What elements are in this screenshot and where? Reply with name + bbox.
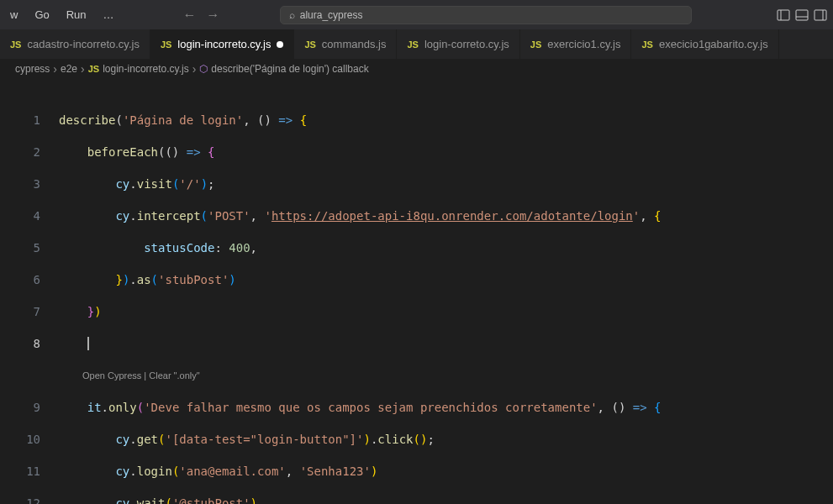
search-input[interactable]: ⌕ alura_cypress (280, 6, 692, 24)
tab-execicio1gabarito[interactable]: JSexecicio1gabarito.cy.js (631, 29, 778, 59)
nav-back-icon[interactable]: ← (183, 8, 197, 23)
chevron-right-icon: › (53, 62, 57, 76)
title-bar: w Go Run … ← → ⌕ alura_cypress (0, 0, 833, 29)
js-file-icon: JS (641, 39, 652, 50)
js-file-icon: JS (530, 39, 541, 50)
tab-commands[interactable]: JScommands.js (294, 29, 397, 59)
method-icon: ⬡ (199, 63, 208, 75)
svg-rect-2 (796, 10, 808, 20)
tab-exercicio1[interactable]: JSexercicio1.cy.js (520, 29, 632, 59)
unsaved-dot-icon (277, 41, 283, 48)
tab-login-incorreto[interactable]: JSlogin-incorreto.cy.js (150, 29, 295, 59)
menu-view[interactable]: w (3, 5, 24, 24)
tab-cadastro-incorreto[interactable]: JScadastro-incorreto.cy.js (0, 29, 150, 59)
editor-tabs: JScadastro-incorreto.cy.js JSlogin-incor… (0, 29, 833, 59)
js-file-icon: JS (304, 39, 315, 50)
search-icon: ⌕ (289, 9, 295, 21)
layout-panel-bottom-icon[interactable] (793, 8, 811, 22)
chevron-right-icon: › (192, 62, 197, 76)
search-value: alura_cypress (300, 9, 363, 21)
lightbulb-icon[interactable]: 💡 (0, 174, 1, 190)
js-file-icon: JS (88, 64, 99, 74)
js-file-icon: JS (407, 39, 418, 50)
tab-login-correto[interactable]: JSlogin-correto.cy.js (397, 29, 519, 59)
breadcrumb[interactable]: cypress› e2e› JSlogin-incorreto.cy.js› ⬡… (0, 59, 833, 79)
chevron-right-icon: › (81, 62, 85, 76)
menu-go[interactable]: Go (28, 5, 55, 24)
layout-panel-left-icon[interactable] (774, 8, 793, 22)
codelens-link[interactable]: Open Cypress | Clear ".only" (82, 368, 200, 384)
js-file-icon: JS (161, 39, 171, 50)
menu-more[interactable]: … (97, 5, 121, 24)
code-editor[interactable]: 💡 1describe('Página de login', () => { 2… (0, 79, 833, 465)
svg-rect-4 (815, 10, 826, 20)
svg-rect-0 (778, 10, 789, 20)
layout-panel-right-icon[interactable] (811, 8, 830, 22)
nav-forward-icon[interactable]: → (207, 8, 220, 23)
menu-run[interactable]: Run (60, 5, 93, 24)
js-file-icon: JS (10, 39, 21, 50)
